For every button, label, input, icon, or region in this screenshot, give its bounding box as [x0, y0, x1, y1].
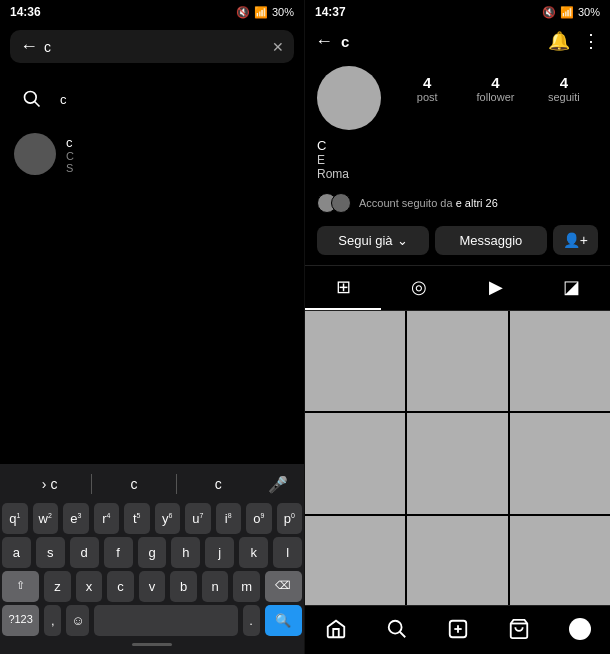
reels-icon: ◎ [411, 276, 427, 298]
key-t[interactable]: t5 [124, 503, 150, 534]
mic-icon[interactable]: 🎤 [260, 475, 296, 494]
delete-key[interactable]: ⌫ [265, 571, 302, 602]
keyboard: › c c c 🎤 q1 w2 e3 r4 t5 y6 u7 i8 o9 p0 … [0, 464, 304, 654]
follow-button[interactable]: Segui già ⌄ [317, 226, 429, 255]
suggestion-arrow[interactable]: › c [8, 472, 91, 496]
key-x[interactable]: x [76, 571, 103, 602]
key-u[interactable]: u7 [185, 503, 211, 534]
search-results: c c C S [0, 69, 304, 271]
profile-stats: 4 post 4 follower 4 seguiti [393, 74, 598, 103]
key-c[interactable]: c [107, 571, 134, 602]
wifi-icon: 📶 [254, 6, 268, 19]
result-subtext: C [66, 150, 74, 162]
key-m[interactable]: m [233, 571, 260, 602]
profile-name: C [317, 138, 598, 153]
key-j[interactable]: j [205, 537, 234, 568]
photo-cell-1[interactable] [305, 311, 405, 411]
key-d[interactable]: d [70, 537, 99, 568]
result-username: c [66, 135, 74, 150]
tab-play[interactable]: ▶ [458, 266, 534, 310]
key-e[interactable]: e3 [63, 503, 89, 534]
chevron-down-icon: ⌄ [397, 233, 408, 248]
key-a[interactable]: a [2, 537, 31, 568]
tab-reels[interactable]: ◎ [381, 266, 457, 310]
key-k[interactable]: k [239, 537, 268, 568]
profile-tabs: ⊞ ◎ ▶ ◪ [305, 265, 610, 311]
num-key[interactable]: ?123 [2, 605, 39, 636]
key-r[interactable]: r4 [94, 503, 120, 534]
nav-add[interactable] [438, 614, 478, 644]
list-item[interactable]: c C S [0, 125, 304, 183]
photo-cell-5[interactable] [407, 413, 507, 513]
list-item[interactable]: c [0, 73, 304, 125]
shift-key[interactable]: ⇧ [2, 571, 39, 602]
profile-info: C E Roma [305, 138, 610, 187]
search-bar[interactable]: ← ✕ [10, 30, 294, 63]
key-p[interactable]: p0 [277, 503, 303, 534]
key-i[interactable]: i8 [216, 503, 242, 534]
nav-search[interactable] [377, 614, 417, 644]
period-key[interactable]: . [243, 605, 260, 636]
key-h[interactable]: h [171, 537, 200, 568]
left-status-bar: 14:36 🔇 📶 30% [0, 0, 304, 24]
emoji-key[interactable]: ☺ [66, 605, 89, 636]
search-input[interactable] [44, 39, 266, 55]
nav-home[interactable] [316, 614, 356, 644]
right-back-button[interactable]: ← [315, 31, 333, 52]
key-q[interactable]: q1 [2, 503, 28, 534]
profile-username-title: c [341, 33, 540, 50]
suggestion-3[interactable]: c [177, 472, 260, 496]
key-s[interactable]: s [36, 537, 65, 568]
profile-location: Roma [317, 167, 598, 181]
mute-icon-r: 🔇 [542, 6, 556, 19]
notification-icon[interactable]: 🔔 [548, 30, 570, 52]
tab-grid[interactable]: ⊞ [305, 266, 381, 310]
photo-cell-3[interactable] [510, 311, 610, 411]
stat-seguiti[interactable]: 4 seguiti [530, 74, 598, 103]
key-n[interactable]: n [202, 571, 229, 602]
key-f[interactable]: f [104, 537, 133, 568]
suggestion-1[interactable]: c [51, 476, 58, 492]
photo-cell-8[interactable] [407, 516, 507, 605]
suggestion-2[interactable]: c [92, 472, 175, 496]
keyboard-bottom-nav [2, 639, 302, 648]
grid-icon: ⊞ [336, 276, 351, 298]
tab-tag[interactable]: ◪ [534, 266, 610, 310]
result-subtext2: S [66, 162, 74, 174]
clear-button[interactable]: ✕ [272, 39, 284, 55]
photo-cell-4[interactable] [305, 413, 405, 513]
profile-active-indicator [569, 618, 591, 640]
search-key[interactable]: 🔍 [265, 605, 302, 636]
followed-avatar-2 [331, 193, 351, 213]
svg-line-3 [399, 632, 405, 638]
stat-post[interactable]: 4 post [393, 74, 461, 103]
photo-cell-9[interactable] [510, 516, 610, 605]
left-status-icons: 🔇 📶 30% [236, 6, 294, 19]
post-count: 4 [423, 74, 431, 91]
photo-cell-6[interactable] [510, 413, 610, 513]
key-v[interactable]: v [139, 571, 166, 602]
key-w[interactable]: w2 [33, 503, 59, 534]
key-g[interactable]: g [138, 537, 167, 568]
key-b[interactable]: b [170, 571, 197, 602]
photo-cell-7[interactable] [305, 516, 405, 605]
battery-icon-r: 30% [578, 6, 600, 18]
key-l[interactable]: l [273, 537, 302, 568]
key-o[interactable]: o9 [246, 503, 272, 534]
nav-profile[interactable] [560, 614, 600, 644]
right-top-bar: ← c 🔔 ⋮ [305, 24, 610, 58]
search-icon [14, 81, 50, 117]
message-button[interactable]: Messaggio [435, 226, 547, 255]
key-z[interactable]: z [44, 571, 71, 602]
photo-cell-2[interactable] [407, 311, 507, 411]
nav-shop[interactable] [499, 614, 539, 644]
key-row-bottom: ?123 , ☺ . 🔍 [2, 605, 302, 636]
stat-follower[interactable]: 4 follower [461, 74, 529, 103]
follower-label: follower [477, 91, 515, 103]
space-key[interactable] [94, 605, 237, 636]
more-icon[interactable]: ⋮ [582, 30, 600, 52]
back-button[interactable]: ← [20, 36, 38, 57]
add-person-button[interactable]: 👤+ [553, 225, 598, 255]
comma-key[interactable]: , [44, 605, 61, 636]
key-y[interactable]: y6 [155, 503, 181, 534]
